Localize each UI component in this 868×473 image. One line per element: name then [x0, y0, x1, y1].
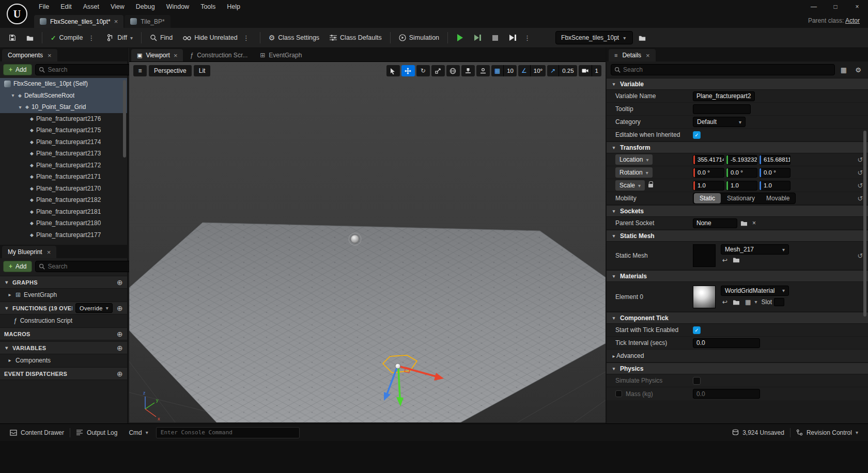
details-search-input[interactable] [623, 66, 831, 73]
event-dispatchers-section-header[interactable]: EVENT DISPATCHERS ⊕ [0, 367, 127, 380]
browse-asset-button[interactable] [22, 30, 38, 45]
select-tool-button[interactable] [386, 65, 400, 76]
variable-name-field[interactable] [693, 91, 755, 101]
construction-script-item[interactable]: ƒ Construction Script [0, 314, 127, 326]
use-selected-asset-icon[interactable]: ↩ [721, 257, 729, 264]
frame-skip-button[interactable] [469, 30, 486, 45]
add-variable-icon[interactable]: ⊕ [117, 344, 123, 352]
slot-name-field[interactable] [774, 298, 784, 306]
view-mode-dropdown[interactable]: Lit [194, 65, 211, 76]
rotation-x-field[interactable]: 0.0 ° [693, 168, 724, 178]
my-blueprint-search-input[interactable] [48, 263, 128, 270]
tree-row[interactable]: ◆Plane_fracturepart2173 [0, 148, 127, 160]
cmd-dropdown[interactable]: Cmd ▾ [123, 424, 153, 441]
use-selected-asset-icon[interactable]: ↩ [721, 298, 729, 306]
macros-section-header[interactable]: MACROS ⊕ [0, 327, 127, 340]
debug-object-dropdown[interactable]: FbxScene_tiles_10pt ▾ [555, 31, 633, 44]
close-icon[interactable]: × [114, 18, 118, 25]
scale-snap-control[interactable]: ↗ 0.25 [547, 65, 577, 76]
tree-row[interactable]: ◆Plane_fracturepart2172 [0, 160, 127, 171]
asset-picker-grid-icon[interactable]: ▦ [743, 298, 752, 306]
add-component-button[interactable]: + Add [3, 64, 32, 75]
scale-tool-button[interactable] [431, 65, 445, 76]
scale-lock-icon[interactable] [648, 184, 653, 187]
minimize-button[interactable]: — [803, 0, 825, 13]
mass-field[interactable]: 0.0 [693, 389, 760, 399]
parent-class-link[interactable]: Actor [845, 17, 860, 24]
simulate-physics-checkbox[interactable] [693, 377, 701, 385]
gizmo-pivot[interactable] [395, 364, 400, 369]
world-local-toggle-button[interactable] [446, 65, 460, 76]
mobility-movable-button[interactable]: Movable [761, 193, 795, 203]
viewport-3d-scene[interactable]: z y x [129, 62, 606, 422]
revision-control-button[interactable]: Revision Control ▾ [791, 424, 864, 441]
graphs-section-header[interactable]: ▾ GRAPHS ⊕ [0, 276, 127, 289]
console-command-input[interactable] [156, 427, 300, 438]
my-blueprint-panel-tab[interactable]: My Blueprint × [2, 246, 56, 258]
override-dropdown[interactable]: Override ▾ [75, 303, 113, 313]
chevron-down-icon[interactable]: ▾ [10, 92, 16, 98]
location-y-field[interactable]: -5.193232 [726, 155, 757, 165]
chevron-right-icon[interactable]: ▸ [7, 292, 12, 297]
physics-section-header[interactable]: ▾ Physics [607, 362, 868, 374]
tooltip-field[interactable] [693, 104, 751, 114]
browse-to-asset-icon[interactable] [731, 257, 741, 264]
menu-edit[interactable]: Edit [55, 0, 78, 13]
maximize-button[interactable]: □ [825, 0, 846, 13]
components-search-input[interactable] [48, 66, 128, 73]
play-options-icon[interactable]: ⋮ [522, 34, 533, 42]
perspective-dropdown[interactable]: Perspective [149, 65, 192, 76]
rotation-snap-control[interactable]: ∠ 10° [518, 65, 546, 76]
asset-tab-fbxscene[interactable]: FbxScene_tiles_10pt* × [34, 15, 123, 28]
content-drawer-button[interactable]: Content Drawer [4, 424, 70, 441]
simulation-button[interactable]: Simulation [394, 30, 444, 45]
category-dropdown[interactable]: Default ▾ [693, 117, 746, 127]
menu-window[interactable]: Window [161, 0, 195, 13]
materials-section-header[interactable]: ▾ Materials [607, 270, 868, 282]
compile-button[interactable]: ✓ Compile ⋮ [46, 30, 101, 45]
components-scrollbar[interactable] [123, 80, 126, 157]
class-defaults-button[interactable]: Class Defaults [325, 30, 386, 45]
variables-section-header[interactable]: ▾ VARIABLES ⊕ [0, 341, 127, 354]
viewport-3d[interactable]: z y x ≡ Perspective Lit ↻ [129, 61, 606, 422]
tree-row[interactable]: ◆Plane_fracturepart2181 [0, 206, 127, 218]
transform-section-header[interactable]: ▾ Transform [607, 141, 868, 153]
sockets-section-header[interactable]: ▾ Sockets [607, 205, 868, 217]
diff-button[interactable]: Diff ▾ [102, 30, 137, 45]
close-icon[interactable]: × [47, 248, 51, 256]
rotation-dropdown[interactable]: Rotation ▾ [615, 167, 653, 178]
browse-to-asset-icon[interactable] [731, 299, 741, 305]
tree-row-star-grid[interactable]: ▾ ◆ 10_Point_Star_Grid [0, 101, 127, 113]
socket-browse-icon[interactable] [739, 220, 749, 226]
rotation-snap-icon[interactable]: ∠ [518, 65, 531, 76]
grid-snap-icon[interactable]: ▦ [491, 65, 504, 76]
location-z-field[interactable]: 615.68811 [759, 155, 791, 165]
grid-snap-value[interactable]: 10 [504, 65, 517, 76]
tree-row[interactable]: ◆Plane_fracturepart2170 [0, 183, 127, 195]
mobility-static-button[interactable]: Static [694, 193, 721, 203]
tree-row-root[interactable]: FbxScene_tiles_10pt (Self) [0, 78, 127, 90]
save-button[interactable] [4, 30, 21, 45]
browse-debug-object-button[interactable] [634, 30, 650, 45]
class-settings-button[interactable]: ⚙ Class Settings [264, 30, 324, 45]
tree-row-defaultsceneroot[interactable]: ▾ ◆ DefaultSceneRoot [0, 90, 127, 102]
eventgraph-item[interactable]: ▸ ⊞ EventGraph [0, 289, 127, 301]
editable-checkbox[interactable]: ✓ [693, 131, 701, 139]
scale-y-field[interactable]: 1.0 [726, 181, 757, 191]
tree-row[interactable]: ◆Plane_fracturepart2182 [0, 194, 127, 206]
viewport-menu-button[interactable]: ≡ [133, 65, 147, 76]
components-category-item[interactable]: ▸ Components [0, 354, 127, 366]
camera-speed-control[interactable]: 1 [579, 65, 601, 76]
advanced-expander-row[interactable]: ▸ Advanced [607, 350, 868, 362]
actor-snap-button[interactable] [476, 65, 490, 76]
details-scrollbar[interactable] [863, 131, 866, 317]
rotation-z-field[interactable]: 0.0 ° [759, 168, 791, 178]
parent-socket-field[interactable]: None [693, 218, 737, 228]
tree-row[interactable]: ◆Plane_fracturepart2176 [0, 113, 127, 125]
components-panel-tab[interactable]: Components × [2, 49, 57, 61]
tab-construction-script[interactable]: ƒ Construction Scr... [184, 49, 253, 61]
grid-snap-control[interactable]: ▦ 10 [491, 65, 517, 76]
play-button[interactable] [452, 30, 468, 45]
close-icon[interactable]: × [646, 52, 650, 59]
property-matrix-button[interactable]: ▦ [838, 64, 849, 75]
